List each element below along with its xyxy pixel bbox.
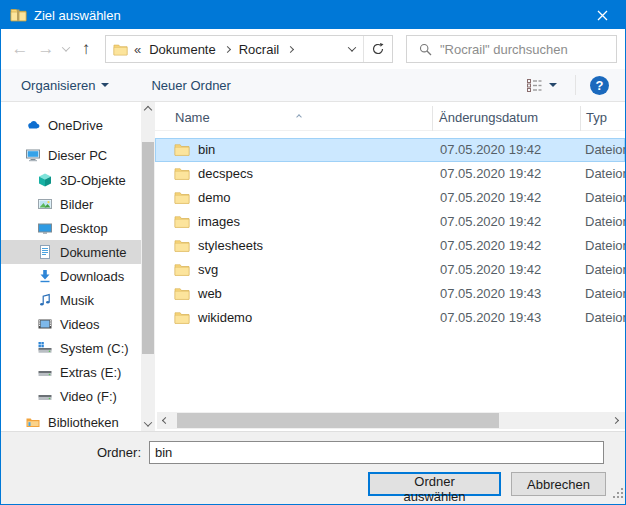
- sidebar-item-bilder[interactable]: Bilder: [1, 192, 141, 216]
- chevron-down-icon: [62, 43, 70, 51]
- column-headers: Name Änderungsdatum Typ: [155, 106, 625, 131]
- 3d-objects-icon: [37, 172, 53, 188]
- search-icon: [419, 43, 432, 56]
- column-divider[interactable]: [580, 106, 581, 131]
- folder-icon: [174, 311, 190, 324]
- up-icon: ↑: [82, 39, 91, 59]
- folder-select-dialog: Ziel auswählen ← → ↑ « Dokumente Rocrail: [0, 0, 626, 505]
- details-view-icon: [527, 79, 542, 92]
- scrollbar-thumb[interactable]: [177, 413, 499, 428]
- file-row-stylesheets[interactable]: stylesheets 07.05.2020 19:42 Dateiordner: [155, 234, 625, 258]
- sidebar-item-dokumente[interactable]: Dokumente: [1, 240, 141, 264]
- breadcrumb-segment-rocrail[interactable]: Rocrail: [237, 42, 281, 57]
- chevron-up-icon: [144, 105, 152, 113]
- breadcrumb-overflow[interactable]: «: [134, 42, 141, 57]
- dialog-folder-icon: [10, 8, 27, 22]
- breadcrumb-segment-dokumente[interactable]: Dokumente: [147, 42, 217, 57]
- organize-button[interactable]: Organisieren: [21, 78, 109, 93]
- breadcrumb-chevron-icon[interactable]: [225, 47, 230, 52]
- videos-icon: [37, 316, 53, 332]
- cancel-button[interactable]: Abbrechen: [511, 472, 606, 496]
- file-row-web[interactable]: web 07.05.2020 19:43 Dateiordner: [155, 282, 625, 306]
- file-rows: bin 07.05.2020 19:42 Dateiordner decspec…: [155, 138, 625, 330]
- sidebar-item-dieser-pc[interactable]: Dieser PC: [1, 143, 141, 167]
- downloads-icon: [37, 268, 53, 284]
- column-header-name[interactable]: Name: [175, 110, 210, 125]
- address-bar[interactable]: « Dokumente Rocrail: [105, 35, 393, 63]
- folder-name-label: Ordner:: [1, 445, 149, 460]
- folder-icon: [174, 191, 190, 204]
- resize-grip[interactable]: [613, 484, 623, 502]
- new-folder-button[interactable]: Neuer Ordner: [151, 78, 230, 93]
- list-horizontal-scrollbar[interactable]: [157, 412, 625, 429]
- sidebar-item-musik[interactable]: Musik: [1, 288, 141, 312]
- search-box: [406, 35, 617, 63]
- chevron-down-icon: [101, 83, 109, 87]
- up-button[interactable]: ↑: [73, 36, 99, 62]
- breadcrumb-chevron-icon[interactable]: [288, 47, 293, 52]
- scroll-down-button[interactable]: [141, 416, 155, 431]
- music-icon: [37, 292, 53, 308]
- forward-icon: →: [38, 39, 55, 59]
- onedrive-cloud-icon: [25, 117, 41, 133]
- close-button[interactable]: [580, 1, 625, 29]
- sort-ascending-icon: [297, 107, 301, 122]
- recent-locations-button[interactable]: [59, 36, 73, 62]
- system-drive-icon: [37, 340, 53, 356]
- column-header-date[interactable]: Änderungsdatum: [439, 110, 538, 125]
- folder-icon: [174, 143, 190, 156]
- back-icon: ←: [12, 39, 29, 59]
- sidebar-item-desktop[interactable]: Desktop: [1, 216, 141, 240]
- sidebar-item-extras-e[interactable]: Extras (E:): [1, 360, 141, 384]
- computer-icon: [25, 147, 41, 163]
- chevron-down-icon: [144, 418, 152, 426]
- refresh-icon: [371, 42, 385, 56]
- file-list-pane: Name Änderungsdatum Typ bin 07.05.2020 1…: [155, 102, 625, 431]
- address-row: ← → ↑ « Dokumente Rocrail: [1, 29, 625, 69]
- address-dropdown-button[interactable]: [341, 36, 363, 62]
- folder-icon: [174, 287, 190, 300]
- file-row-bin[interactable]: bin 07.05.2020 19:42 Dateiordner: [155, 138, 625, 162]
- help-button[interactable]: ?: [590, 76, 609, 95]
- file-row-svg[interactable]: svg 07.05.2020 19:42 Dateiordner: [155, 258, 625, 282]
- file-row-wikidemo[interactable]: wikidemo 07.05.2020 19:43 Dateiordner: [155, 306, 625, 330]
- sidebar-item-bibliotheken[interactable]: Bibliotheken: [1, 410, 141, 431]
- column-divider[interactable]: [432, 106, 433, 131]
- back-button[interactable]: ←: [7, 36, 33, 62]
- chevron-down-icon: [549, 83, 557, 87]
- file-row-demo[interactable]: demo 07.05.2020 19:42 Dateiordner: [155, 186, 625, 210]
- drive-icon: [37, 388, 53, 404]
- sidebar-item-video-f[interactable]: Video (F:): [1, 384, 141, 408]
- folder-name-input[interactable]: [149, 441, 604, 464]
- search-input[interactable]: [440, 37, 616, 61]
- desktop-icon: [37, 220, 53, 236]
- sidebar-item-system-c[interactable]: System (C:): [1, 336, 141, 360]
- scroll-left-button[interactable]: [157, 412, 173, 429]
- sidebar-item-onedrive[interactable]: OneDrive: [1, 113, 141, 137]
- drive-icon: [37, 364, 53, 380]
- sidebar-item-3d-objekte[interactable]: 3D-Objekte: [1, 168, 141, 192]
- question-icon: ?: [596, 78, 604, 93]
- sidebar-item-downloads[interactable]: Downloads: [1, 264, 141, 288]
- select-folder-button[interactable]: Ordner auswählen: [368, 472, 501, 496]
- window-title: Ziel auswählen: [34, 8, 580, 23]
- pictures-icon: [37, 196, 53, 212]
- scroll-up-button[interactable]: [141, 102, 155, 117]
- sidebar-scrollbar[interactable]: [141, 102, 155, 431]
- scroll-right-button[interactable]: [607, 412, 623, 429]
- forward-button[interactable]: →: [33, 36, 59, 62]
- file-row-decspecs[interactable]: decspecs 07.05.2020 19:42 Dateiordner: [155, 162, 625, 186]
- navigation-pane: OneDrive Dieser PC 3D-Objekte Bilder Des…: [1, 102, 141, 431]
- dialog-footer: Ordner: Ordner auswählen Abbrechen: [1, 431, 625, 504]
- column-header-type[interactable]: Typ: [586, 110, 607, 125]
- views-button[interactable]: [523, 75, 561, 96]
- sidebar-item-videos[interactable]: Videos: [1, 312, 141, 336]
- file-row-images[interactable]: images 07.05.2020 19:42 Dateiordner: [155, 210, 625, 234]
- documents-icon: [37, 244, 53, 260]
- command-bar: Organisieren Neuer Ordner ?: [1, 69, 625, 102]
- refresh-button[interactable]: [364, 36, 392, 62]
- chevron-left-icon: [161, 417, 168, 424]
- folder-icon: [174, 263, 190, 276]
- chevron-right-icon: [611, 417, 618, 424]
- scrollbar-thumb[interactable]: [142, 142, 154, 354]
